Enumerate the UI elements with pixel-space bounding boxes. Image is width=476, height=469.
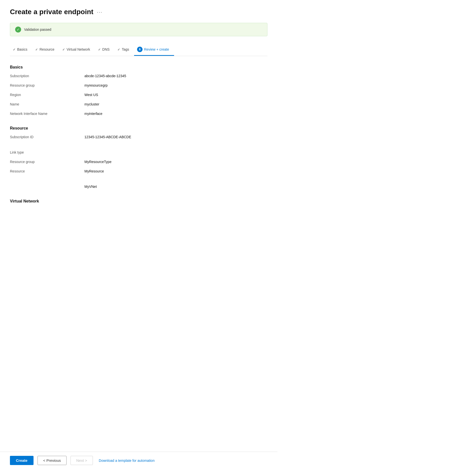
- basics-section-title: Basics: [10, 65, 267, 69]
- download-template-link[interactable]: Download a template for automation: [99, 459, 155, 463]
- field-name-label: Name: [10, 102, 84, 106]
- field-resource-group: Resource group myresourcegrp: [10, 83, 267, 90]
- create-button[interactable]: Create: [10, 456, 34, 465]
- field-myvnet-label: [10, 184, 84, 185]
- next-button: Next >: [71, 456, 93, 465]
- field-resource-value: MyResource: [84, 169, 104, 173]
- field-rg-value: myresourcegrp: [84, 83, 108, 87]
- field-region-value: West US: [84, 92, 98, 97]
- tab-basics-label: Basics: [17, 47, 27, 51]
- tab-virtual-network[interactable]: ✓ Virtual Network: [59, 45, 95, 55]
- resource-section-title: Resource: [10, 126, 267, 131]
- tab-dns-label: DNS: [102, 47, 110, 51]
- field-res-resource-group: Resource group MyResourceType: [10, 159, 267, 166]
- bottom-bar: Create < Previous Next > Download a temp…: [0, 452, 277, 469]
- field-region-label: Region: [10, 92, 84, 97]
- spacer-2: [10, 178, 267, 183]
- tab-tags[interactable]: ✓ Tags: [114, 45, 134, 55]
- field-res-rg-label: Resource group: [10, 159, 84, 164]
- tab-resource-check: ✓: [35, 48, 38, 51]
- tab-dns[interactable]: ✓ DNS: [95, 45, 115, 55]
- field-link-type: Link type: [10, 150, 267, 157]
- tabs-row: ✓ Basics ✓ Resource ✓ Virtual Network ✓ …: [10, 44, 267, 56]
- content-area: Basics Subscription abcde-12345-abcde-12…: [10, 65, 267, 241]
- field-link-type-label: Link type: [10, 150, 84, 154]
- page-title-row: Create a private endpoint ···: [10, 8, 267, 16]
- tab-review-create[interactable]: 6 Review + create: [134, 44, 174, 56]
- vnet-section-title: Virtual Network: [10, 199, 267, 203]
- tab-tags-check: ✓: [117, 48, 120, 51]
- tab-vnet-label: Virtual Network: [67, 47, 90, 51]
- virtual-network-section: Virtual Network: [10, 199, 267, 203]
- tab-resource[interactable]: ✓ Resource: [32, 45, 59, 55]
- previous-button[interactable]: < Previous: [37, 456, 67, 465]
- validation-banner: ✓ Validation passed: [10, 23, 267, 36]
- tab-dns-check: ✓: [98, 48, 101, 51]
- spacer-1: [10, 144, 267, 148]
- tab-resource-label: Resource: [39, 47, 54, 51]
- field-subscription: Subscription abcde-12345-abcde-12345: [10, 73, 267, 80]
- field-rg-label: Resource group: [10, 83, 84, 87]
- tab-basics-check: ✓: [13, 48, 16, 51]
- field-nic-value: myinterface: [84, 111, 102, 116]
- field-subscription-value: abcde-12345-abcde-12345: [84, 73, 126, 78]
- field-sub-id-value: 12345-12345-ABCDE-ABCDE: [84, 134, 131, 139]
- field-region: Region West US: [10, 92, 267, 99]
- field-nic-label: Network Interface Name: [10, 111, 84, 116]
- resource-section: Resource Subscription ID 12345-12345-ABC…: [10, 126, 267, 191]
- field-resource: Resource MyResource: [10, 169, 267, 176]
- tab-basics[interactable]: ✓ Basics: [10, 45, 32, 55]
- field-sub-id-label: Subscription ID: [10, 134, 84, 139]
- field-subscription-id: Subscription ID 12345-12345-ABCDE-ABCDE: [10, 134, 267, 141]
- field-name-value: mycluster: [84, 102, 99, 106]
- field-nic-name: Network Interface Name myinterface: [10, 111, 267, 118]
- tab-vnet-check: ✓: [62, 48, 65, 51]
- field-myvnet: MyVNet: [10, 184, 267, 191]
- tab-tags-label: Tags: [122, 47, 129, 51]
- validation-text: Validation passed: [24, 28, 51, 32]
- field-res-rg-value: MyResourceType: [84, 159, 111, 164]
- ellipsis-menu[interactable]: ···: [97, 9, 103, 15]
- tab-review-label: Review + create: [144, 47, 169, 51]
- field-resource-label: Resource: [10, 169, 84, 173]
- field-myvnet-value: MyVNet: [84, 184, 97, 189]
- basics-section: Basics Subscription abcde-12345-abcde-12…: [10, 65, 267, 118]
- tab-review-badge: 6: [137, 47, 143, 52]
- validation-check-icon: ✓: [15, 27, 21, 33]
- field-name: Name mycluster: [10, 102, 267, 109]
- page-title: Create a private endpoint: [10, 8, 93, 16]
- field-subscription-label: Subscription: [10, 73, 84, 78]
